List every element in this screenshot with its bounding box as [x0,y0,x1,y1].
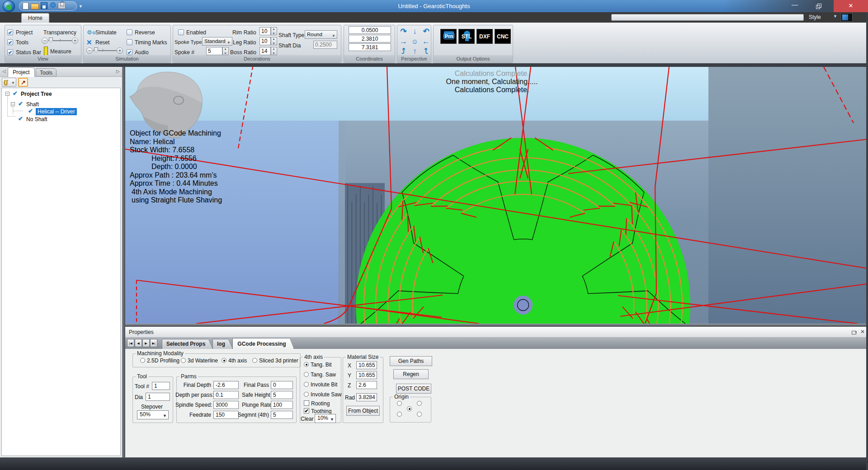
boss-ratio-field[interactable]: 14 [259,47,271,55]
final-pass-field[interactable]: 0 [271,381,293,389]
panel-splitter[interactable] [122,67,125,457]
tab-nav-last-button[interactable]: ▶| [150,339,157,347]
tab-nav-prev-button[interactable]: ◀ [135,339,142,347]
print-button[interactable]: Prn [440,29,457,44]
spindle-speed-field[interactable]: 3000 [213,401,239,409]
depth-per-pass-field[interactable]: 0.1 [213,391,239,399]
origin-top-right-radio[interactable] [417,401,422,406]
simulate-label[interactable]: Simulate [95,29,117,36]
material-y-field[interactable]: 10.655 [356,371,377,379]
audio-checkbox[interactable]: ✔ [127,49,132,55]
tree-item-shaft[interactable]: Shaft [26,101,39,108]
measure-ruler-icon[interactable] [44,47,48,56]
leg-ratio-spinner[interactable] [271,37,277,45]
root-expander-icon[interactable]: − [5,92,9,96]
measure-label[interactable]: Measure [50,48,71,55]
material-z-field[interactable]: 2.6 [356,381,377,389]
timing-marks-checkbox[interactable]: ✔ [127,39,132,45]
origin-center-radio[interactable] [407,406,412,411]
tab-project[interactable]: Project [8,67,35,77]
shaft-type-dropdown[interactable]: Round▼ [305,30,337,39]
tools-checkbox[interactable]: ✔ [7,39,13,45]
style-label[interactable]: Style [809,14,821,20]
shaft-expander-icon[interactable]: − [11,102,15,106]
dxf-export-button[interactable]: DXF [476,29,493,44]
dia-field[interactable]: 1 [146,393,170,401]
origin-top-left-radio[interactable] [397,401,402,406]
radio-involute-saw[interactable] [304,392,309,397]
radio-tang-saw[interactable] [304,372,309,377]
tabs-scroll-right-icon[interactable]: ▷ [116,69,120,74]
reset-view-smiley-icon[interactable]: ☺ [409,37,420,47]
tabs-scroll-left-icon[interactable]: ◁ [2,69,6,74]
reverse-checkbox[interactable]: ✔ [127,29,132,35]
radio-25d-profiling[interactable] [140,358,145,363]
regen-button[interactable]: Regen [393,369,429,379]
spoke-type-dropdown[interactable]: Standard▼ [202,37,232,46]
material-x-field[interactable]: 10.655 [356,361,377,369]
tree-options-button[interactable]: {ʃ▼ [2,78,16,87]
post-code-button[interactable]: POST CODE [396,384,431,394]
pan-left-icon[interactable]: ← [420,37,432,47]
tree-jump-button[interactable]: ↗ [18,78,28,87]
plunge-rate-field[interactable]: 100 [271,401,293,409]
segmnt-field[interactable]: 5 [271,411,293,419]
from-object-button[interactable]: From Object [346,406,380,416]
toothing-checkbox[interactable]: ✔ [304,408,309,414]
close-button[interactable]: ✕ [834,0,868,12]
origin-bottom-left-radio[interactable] [397,412,402,417]
rim-ratio-field[interactable]: 10 [259,27,271,35]
tab-gcode-processing[interactable]: GCode Processing [232,338,294,349]
pin-icon[interactable] [851,329,857,335]
reset-label[interactable]: Reset [95,39,109,46]
radio-tang-bit[interactable] [304,362,309,367]
stl-export-button[interactable]: STL [458,29,475,44]
reset-x-icon[interactable]: ✕ [86,38,92,47]
coordinate-y-field[interactable]: 2.3810 [349,35,391,42]
coordinate-z-field[interactable]: 7.3181 [349,43,391,51]
feedrate-field[interactable]: 150 [213,411,239,419]
maximize-button[interactable] [808,0,831,12]
transparency-plus-button[interactable]: + [72,38,78,44]
tree-item-helical-selected[interactable]: Helical -- Driver [36,108,77,115]
rotate-cw-icon[interactable]: ↷ [398,27,409,37]
rotate-ccw-icon[interactable]: ↶ [420,27,432,37]
clear-dropdown[interactable]: 10%▼ [315,414,336,423]
rooting-checkbox[interactable]: ✔ [304,400,309,406]
safe-height-field[interactable]: 5 [271,391,293,399]
gen-paths-button[interactable]: Gen Paths [390,356,432,366]
tab-tools[interactable]: Tools [36,68,57,77]
pan-right-icon[interactable]: → [398,37,409,47]
tool-num-field[interactable]: 1 [152,382,170,390]
sim-slider-plus-button[interactable]: + [117,47,123,54]
properties-close-icon[interactable]: ✕ [860,329,865,335]
style-preview-icon[interactable] [841,13,853,22]
style-dropdown-chevron-icon[interactable]: ▼ [833,14,837,19]
tab-home[interactable]: Home [21,13,49,23]
enabled-checkbox[interactable]: ✔ [178,29,184,35]
origin-bottom-right-radio[interactable] [417,412,422,417]
tab-selected-props[interactable]: Selected Props [162,339,212,349]
tree-item-no-shaft[interactable]: No Shaft [26,116,47,122]
tab-nav-first-button[interactable]: |◀ [127,339,134,347]
simulate-gears-icon[interactable]: ⚙⚙ [87,29,96,36]
tree-item-project-root[interactable]: Project Tree [21,91,52,97]
radio-3d-waterline[interactable] [181,358,186,363]
radio-sliced-3d-printer[interactable] [252,358,257,363]
radio-4th-axis[interactable] [222,358,226,363]
spoke-count-spinner[interactable] [222,47,229,55]
rim-ratio-spinner[interactable] [271,27,277,35]
sim-slider-minus-button[interactable]: − [86,47,93,54]
pan-down-icon[interactable]: ↓ [409,27,420,37]
boss-ratio-spinner[interactable] [271,47,277,55]
minimize-button[interactable]: — [784,0,806,12]
viewport-3d[interactable]: Calculations Complete.One moment, Calcul… [125,67,868,324]
statusbar-checkbox[interactable]: ✔ [7,49,13,55]
sim-slider-handle[interactable] [94,47,98,53]
project-checkbox[interactable]: ✔ [7,29,13,35]
final-depth-field[interactable]: -2.6 [213,381,239,389]
radio-involute-bit[interactable] [304,382,309,387]
stepover-dropdown[interactable]: 50%▼ [137,410,169,419]
coordinate-x-field[interactable]: 0.0500 [349,26,391,34]
shaft-dia-field[interactable]: 0.2500 [313,41,337,49]
